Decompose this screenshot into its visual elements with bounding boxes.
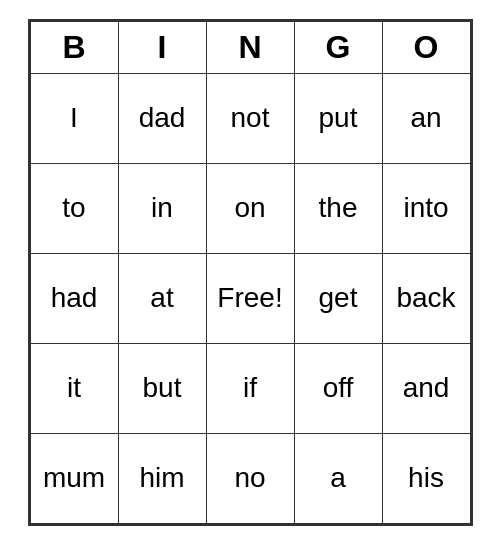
cell-r4-c0: mum bbox=[30, 433, 118, 523]
cell-r0-c4: an bbox=[382, 73, 470, 163]
cell-r0-c2: not bbox=[206, 73, 294, 163]
cell-r1-c4: into bbox=[382, 163, 470, 253]
cell-r0-c1: dad bbox=[118, 73, 206, 163]
cell-r2-c2: Free! bbox=[206, 253, 294, 343]
table-row: hadatFree!getback bbox=[30, 253, 470, 343]
cell-r1-c0: to bbox=[30, 163, 118, 253]
cell-r0-c3: put bbox=[294, 73, 382, 163]
cell-r4-c4: his bbox=[382, 433, 470, 523]
cell-r2-c3: get bbox=[294, 253, 382, 343]
header-cell-o: O bbox=[382, 21, 470, 73]
cell-r2-c0: had bbox=[30, 253, 118, 343]
cell-r2-c4: back bbox=[382, 253, 470, 343]
cell-r3-c2: if bbox=[206, 343, 294, 433]
table-row: toinontheinto bbox=[30, 163, 470, 253]
header-cell-g: G bbox=[294, 21, 382, 73]
cell-r3-c3: off bbox=[294, 343, 382, 433]
bingo-table: BINGO IdadnotputantoinontheintohadatFree… bbox=[30, 21, 471, 524]
cell-r4-c2: no bbox=[206, 433, 294, 523]
cell-r4-c3: a bbox=[294, 433, 382, 523]
table-row: itbutifoffand bbox=[30, 343, 470, 433]
cell-r4-c1: him bbox=[118, 433, 206, 523]
header-cell-b: B bbox=[30, 21, 118, 73]
cell-r3-c1: but bbox=[118, 343, 206, 433]
bingo-card: BINGO IdadnotputantoinontheintohadatFree… bbox=[28, 19, 473, 526]
header-cell-n: N bbox=[206, 21, 294, 73]
cell-r1-c2: on bbox=[206, 163, 294, 253]
cell-r2-c1: at bbox=[118, 253, 206, 343]
table-row: Idadnotputan bbox=[30, 73, 470, 163]
header-cell-i: I bbox=[118, 21, 206, 73]
cell-r1-c3: the bbox=[294, 163, 382, 253]
cell-r3-c4: and bbox=[382, 343, 470, 433]
cell-r0-c0: I bbox=[30, 73, 118, 163]
cell-r3-c0: it bbox=[30, 343, 118, 433]
table-row: mumhimnoahis bbox=[30, 433, 470, 523]
cell-r1-c1: in bbox=[118, 163, 206, 253]
header-row: BINGO bbox=[30, 21, 470, 73]
